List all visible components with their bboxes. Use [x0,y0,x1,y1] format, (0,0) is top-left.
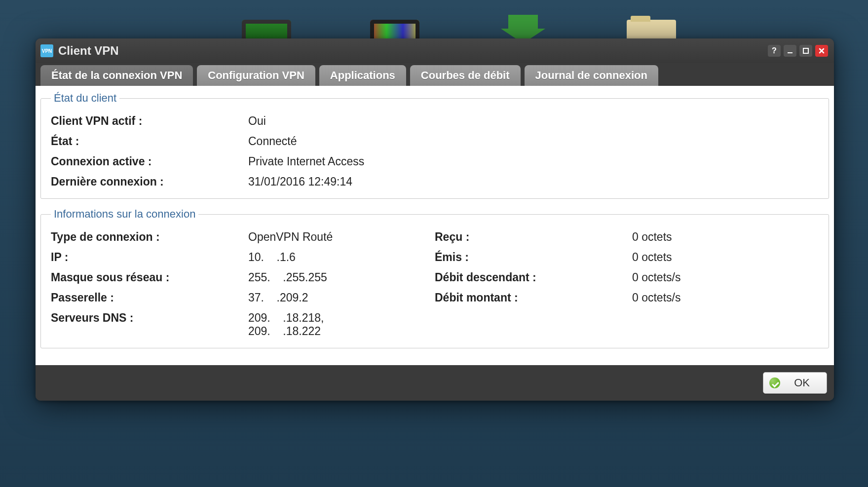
svg-rect-1 [803,48,808,53]
connection-info-group: Informations sur la connexion Type de co… [40,208,829,348]
info-value: 0 octets [632,230,672,244]
info-value: 209. .18.218, 209. .18.222 [248,311,324,338]
status-label: État : [51,135,248,148]
info-row: Passerelle : 37. .209.2 [51,291,435,304]
info-row: Reçu : 0 octets [435,230,819,244]
tab-configuration[interactable]: Configuration VPN [197,65,315,86]
tab-bar: État de la connexion VPN Configuration V… [36,63,834,86]
status-row: État : Connecté [51,135,819,148]
status-value: Oui [248,114,266,128]
info-label: Masque sous réseau : [51,271,248,284]
info-value: 0 octets/s [632,291,680,304]
content-area: État du client Client VPN actif : Oui Ét… [36,86,834,365]
info-value: 10. .1.6 [248,251,296,264]
status-label: Dernière connexion : [51,175,248,188]
info-value: 37. .209.2 [248,291,308,304]
info-label: Passerelle : [51,291,248,304]
tab-connection-state[interactable]: État de la connexion VPN [40,65,193,86]
status-row: Connexion active : Private Internet Acce… [51,155,819,168]
footer: OK [36,365,834,401]
tab-connection-log[interactable]: Journal de connexion [525,65,658,86]
ok-button[interactable]: OK [763,372,827,394]
maximize-button[interactable] [799,45,812,57]
close-button[interactable] [815,45,828,57]
info-value: 0 octets/s [632,271,680,284]
status-row: Dernière connexion : 31/01/2016 12:49:14 [51,175,819,188]
connection-info-legend: Informations sur la connexion [51,208,198,221]
info-label: Type de connexion : [51,230,248,244]
tab-applications[interactable]: Applications [319,65,406,86]
status-value: Connecté [248,135,297,148]
help-button[interactable]: ? [768,45,781,57]
status-label: Client VPN actif : [51,114,248,128]
minimize-icon [787,47,793,54]
info-label: IP : [51,251,248,264]
connection-info-left-column: Type de connexion : OpenVPN Routé IP : 1… [51,227,435,338]
info-label: Émis : [435,251,632,264]
status-value: Private Internet Access [248,155,364,168]
info-label: Débit descendant : [435,271,632,284]
client-status-legend: État du client [51,92,119,105]
maximize-icon [802,47,809,54]
info-label: Reçu : [435,230,632,244]
client-status-group: État du client Client VPN actif : Oui Ét… [40,92,829,199]
info-value: 255. .255.255 [248,271,327,284]
info-value: OpenVPN Routé [248,230,333,244]
info-row: Serveurs DNS : 209. .18.218, 209. .18.22… [51,311,435,338]
info-row: IP : 10. .1.6 [51,251,435,264]
window-controls: ? [768,45,828,57]
info-value: 0 octets [632,251,672,264]
info-row: Débit descendant : 0 octets/s [435,271,819,284]
status-label: Connexion active : [51,155,248,168]
info-row: Émis : 0 octets [435,251,819,264]
connection-info-right-column: Reçu : 0 octets Émis : 0 octets Débit de… [435,227,819,338]
info-row: Masque sous réseau : 255. .255.255 [51,271,435,284]
ok-button-label: OK [794,376,810,389]
info-label: Serveurs DNS : [51,311,248,325]
vpn-client-window: VPN Client VPN ? État de la connexion VP… [36,38,834,401]
info-row: Débit montant : 0 octets/s [435,291,819,304]
checkmark-icon [769,377,780,388]
info-row: Type de connexion : OpenVPN Routé [51,230,435,244]
window-title: Client VPN [58,44,768,58]
info-label: Débit montant : [435,291,632,304]
minimize-button[interactable] [784,45,796,57]
tab-bandwidth-curves[interactable]: Courbes de débit [410,65,521,86]
app-icon: VPN [40,44,53,57]
titlebar: VPN Client VPN ? [36,38,834,63]
close-icon [818,47,825,54]
status-value: 31/01/2016 12:49:14 [248,175,352,188]
svg-rect-0 [788,52,793,53]
status-row: Client VPN actif : Oui [51,114,819,128]
